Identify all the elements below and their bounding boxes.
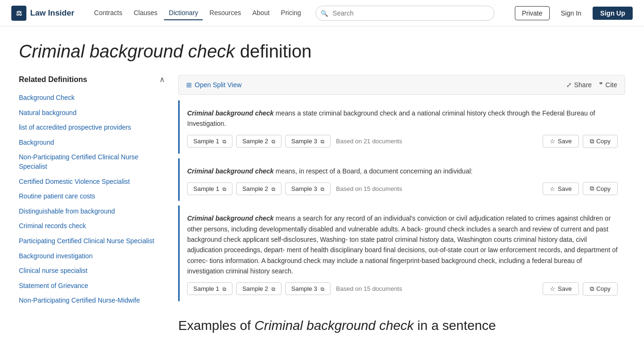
navigation: ⚖ Law Insider Contracts Clauses Dictiona… [0,0,644,26]
logo-link[interactable]: ⚖ Law Insider [11,6,74,21]
copy-icon: ⧉ [590,285,594,293]
list-item: Background [19,135,165,150]
list-item: Non-Participating Certified Nurse-Midwif… [19,293,165,308]
logo-text: Law Insider [30,8,74,18]
main-layout: Related Definitions ∧ Background Check N… [19,75,625,333]
definition-card-3: Criminal background check means a search… [178,206,625,301]
sidebar-link-background-check[interactable]: Background Check [19,90,165,106]
sidebar-link-non-participating-cns[interactable]: Non-Participating Certified Clinical Nur… [19,150,165,174]
sample-2-button-def3[interactable]: Sample 2 [236,282,281,295]
card-footer-2: Sample 1 Sample 2 Sample 3 Based on 15 d… [187,182,618,195]
list-item: Background Check [19,90,165,106]
list-item: Criminal records check [19,219,165,234]
toolbar-right: ⤢ Share ❞ Cite [566,81,617,89]
card-footer-3: Sample 1 Sample 2 Sample 3 Based on 15 d… [187,282,618,296]
star-icon: ☆ [550,185,555,192]
sidebar-link-criminal-records[interactable]: Criminal records check [19,219,165,234]
sidebar-link-background-inv[interactable]: Background investigation [19,249,165,264]
sample-2-button-def2[interactable]: Sample 2 [236,182,281,195]
sidebar-list: Background Check Natural background list… [19,90,165,308]
cite-icon: ❞ [599,81,603,89]
sidebar-link-natural-background[interactable]: Natural background [19,106,165,121]
nav-about[interactable]: About [248,6,274,20]
nav-clauses[interactable]: Clauses [129,6,162,20]
sidebar-link-clinical-nurse[interactable]: Clinical nurse specialist [19,263,165,279]
save-button-def1[interactable]: ☆ Save [543,135,579,148]
nav-resources[interactable]: Resources [205,6,246,20]
external-link-icon [319,185,324,192]
private-button[interactable]: Private [515,6,550,20]
list-item: Routine patient care costs [19,189,165,204]
external-link-icon [270,138,275,145]
nav-links: Contracts Clauses Dictionary Resources A… [90,6,306,20]
copy-button-def1[interactable]: ⧉ Copy [583,135,618,148]
based-on-1: Based on 21 documents [336,138,402,145]
signin-button[interactable]: Sign In [554,7,588,20]
sidebar-link-cdvs[interactable]: Certified Domestic Violence Specialist [19,174,165,189]
list-item: Background investigation [19,249,165,264]
signup-button[interactable]: Sign Up [593,7,633,20]
copy-icon: ⧉ [590,138,594,145]
list-item: Clinical nurse specialist [19,263,165,279]
sample-1-button-def3[interactable]: Sample 1 [187,282,232,295]
external-link-icon [319,285,324,292]
search-container: 🔍 [315,6,495,21]
copy-button-def2[interactable]: ⧉ Copy [583,182,618,195]
definition-text-2: Criminal background check means, in resp… [187,166,618,176]
search-icon: 🔍 [321,9,328,16]
external-link-icon [221,185,226,192]
sample-1-button-def1[interactable]: Sample 1 [187,135,232,148]
sample-1-button-def2[interactable]: Sample 1 [187,182,232,195]
list-item: Participating Certified Clinical Nurse S… [19,234,165,249]
definition-text-3: Criminal background check means a search… [187,213,618,276]
based-on-3: Based on 15 documents [336,285,402,292]
nav-pricing[interactable]: Pricing [276,6,306,20]
list-item: Certified Domestic Violence Specialist [19,174,165,189]
list-item: Natural background [19,106,165,121]
save-button-def2[interactable]: ☆ Save [543,182,579,195]
list-item: list of accredited prospective providers [19,120,165,135]
sample-3-button-def3[interactable]: Sample 3 [285,282,330,295]
nav-contracts[interactable]: Contracts [90,6,127,20]
sidebar-toggle-button[interactable]: ∧ [159,75,165,84]
card-footer-1: Sample 1 Sample 2 Sample 3 Based on 21 d… [187,135,618,148]
sidebar-title: Related Definitions [19,75,87,84]
examples-title: Examples of Criminal background check in… [178,318,625,333]
share-icon: ⤢ [566,81,572,89]
toolbar: ⊞ Open Split View ⤢ Share ❞ Cite [178,75,625,95]
external-link-icon [270,285,275,292]
star-icon: ☆ [550,285,555,292]
sidebar-header: Related Definitions ∧ [19,75,165,84]
save-button-def3[interactable]: ☆ Save [543,282,579,295]
page-content: Criminal background check definition Rel… [0,26,644,333]
sidebar: Related Definitions ∧ Background Check N… [19,75,165,333]
share-button[interactable]: ⤢ Share [566,81,592,89]
page-title: Criminal background check definition [19,41,625,62]
sample-3-button-def2[interactable]: Sample 3 [285,182,330,195]
sidebar-link-statement-grievance[interactable]: Statement of Grievance [19,279,165,294]
sidebar-link-distinguishable[interactable]: Distinguishable from background [19,204,165,219]
copy-button-def3[interactable]: ⧉ Copy [583,282,618,296]
nav-dictionary[interactable]: Dictionary [164,6,203,20]
cite-button[interactable]: ❞ Cite [599,81,617,89]
sidebar-link-routine-costs[interactable]: Routine patient care costs [19,189,165,204]
external-link-icon [319,138,324,145]
list-item: Distinguishable from background [19,204,165,219]
sidebar-link-participating-cns[interactable]: Participating Certified Clinical Nurse S… [19,234,165,249]
split-view-icon: ⊞ [186,81,192,89]
sidebar-link-non-participating-cnm[interactable]: Non-Participating Certified Nurse-Midwif… [19,293,165,308]
sample-2-button-def1[interactable]: Sample 2 [236,135,281,148]
definition-text-1: Criminal background check means a state … [187,108,618,129]
external-link-icon [221,138,226,145]
nav-actions: Private Sign In Sign Up [515,6,633,20]
definition-card-2: Criminal background check means, in resp… [178,158,625,201]
logo-icon: ⚖ [11,6,26,21]
list-item: Statement of Grievance [19,279,165,294]
copy-icon: ⧉ [590,185,594,192]
open-split-view-button[interactable]: ⊞ Open Split View [186,81,241,89]
list-item: Non-Participating Certified Clinical Nur… [19,150,165,174]
sidebar-link-accredited[interactable]: list of accredited prospective providers [19,120,165,135]
sample-3-button-def1[interactable]: Sample 3 [285,135,330,148]
search-input[interactable] [315,6,495,21]
sidebar-link-background[interactable]: Background [19,135,165,150]
